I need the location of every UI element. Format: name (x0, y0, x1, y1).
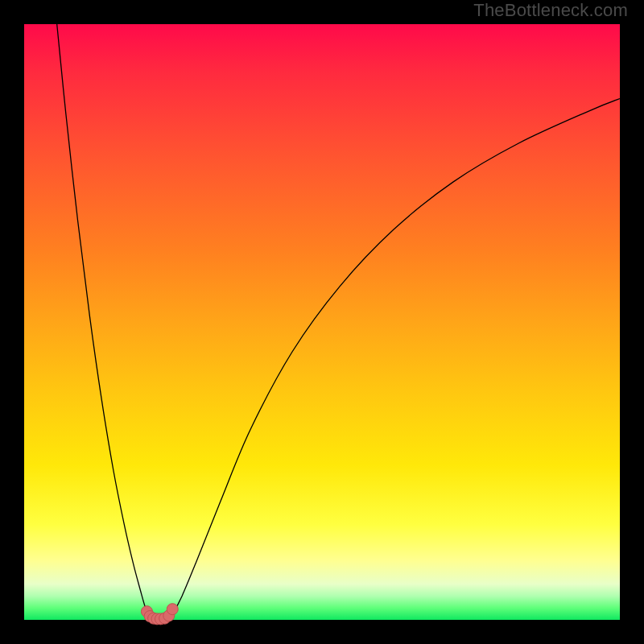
curve-right-branch (168, 99, 620, 619)
curve-left-branch (57, 24, 151, 619)
watermark-text: TheBottleneck.com (473, 0, 628, 21)
valley-marker (167, 604, 178, 615)
valley-markers (141, 604, 178, 625)
chart-frame (24, 24, 620, 620)
bottleneck-plot (24, 24, 620, 620)
